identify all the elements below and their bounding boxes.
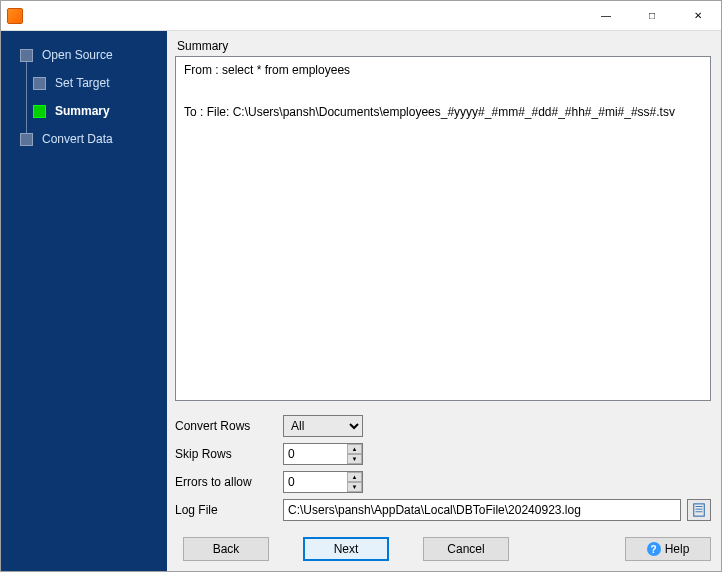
titlebar: — □ ✕ [1,1,721,31]
skip-rows-label: Skip Rows [175,447,275,461]
step-indicator-icon [20,49,33,62]
wizard-sidebar: Open Source Set Target Summary Convert D… [1,31,167,571]
help-button-label: Help [665,542,690,556]
summary-heading: Summary [175,37,711,56]
step-indicator-icon [20,133,33,146]
content-area: Open Source Set Target Summary Convert D… [1,31,721,571]
log-file-input[interactable] [283,499,681,521]
spinner-up-icon[interactable]: ▲ [347,472,362,482]
cancel-button-label: Cancel [447,542,484,556]
next-button[interactable]: Next [303,537,389,561]
step-convert-data[interactable]: Convert Data [1,125,167,153]
summary-text-area[interactable]: From : select * from employees To : File… [175,56,711,401]
spinner-down-icon[interactable]: ▼ [347,454,362,464]
spinner-up-icon[interactable]: ▲ [347,444,362,454]
minimize-button[interactable]: — [583,1,629,31]
svg-rect-0 [694,504,705,516]
skip-rows-spinner[interactable]: ▲ ▼ [347,444,362,464]
document-icon [692,503,706,517]
spinner-down-icon[interactable]: ▼ [347,482,362,492]
step-label: Summary [55,104,110,118]
back-button[interactable]: Back [183,537,269,561]
step-open-source[interactable]: Open Source [1,41,167,69]
window-controls: — □ ✕ [583,1,721,31]
help-button[interactable]: ? Help [625,537,711,561]
help-icon: ? [647,542,661,556]
app-icon [7,8,23,24]
main-panel: Summary From : select * from employees T… [167,31,721,571]
step-label: Convert Data [42,132,113,146]
convert-rows-label: Convert Rows [175,419,275,433]
errors-label: Errors to allow [175,475,275,489]
step-indicator-icon [33,77,46,90]
step-set-target[interactable]: Set Target [1,69,167,97]
next-button-label: Next [334,542,359,556]
log-file-label: Log File [175,503,275,517]
browse-log-button[interactable] [687,499,711,521]
step-summary[interactable]: Summary [1,97,167,125]
maximize-button[interactable]: □ [629,1,675,31]
step-indicator-icon [33,105,46,118]
step-label: Open Source [42,48,113,62]
settings-form: Convert Rows All Skip Rows ▲ ▼ Errors to… [175,415,711,521]
close-button[interactable]: ✕ [675,1,721,31]
convert-rows-select[interactable]: All [283,415,363,437]
back-button-label: Back [213,542,240,556]
errors-spinner[interactable]: ▲ ▼ [347,472,362,492]
step-label: Set Target [55,76,109,90]
cancel-button[interactable]: Cancel [423,537,509,561]
wizard-buttons: Back Next Cancel ? Help [175,537,711,561]
